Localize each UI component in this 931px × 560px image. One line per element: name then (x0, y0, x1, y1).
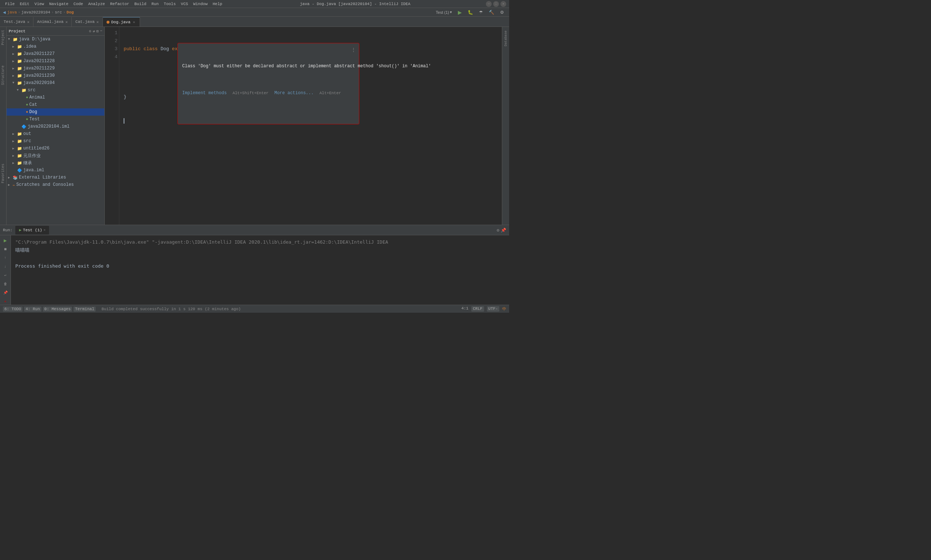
run-config-selector[interactable]: Test (1) ▾ (434, 9, 454, 16)
menu-navigate[interactable]: Navigate (47, 1, 71, 7)
tree-src[interactable]: ▼ 📁 src (6, 86, 105, 94)
tree-label-animal: Animal (29, 95, 45, 100)
database-panel-icon[interactable]: Database (503, 30, 508, 47)
settings-button[interactable]: ⚙ (498, 9, 506, 16)
breadcrumb-file[interactable]: Dog (66, 10, 74, 15)
breadcrumb-project[interactable]: java20220104 (22, 10, 50, 15)
more-actions-link[interactable]: More actions... (274, 89, 314, 97)
run-button[interactable]: ▶ (455, 9, 464, 16)
project-collapse-icon[interactable]: − (100, 29, 102, 33)
project-sync-icon[interactable]: ⇄ (93, 29, 95, 34)
tab-cat-java[interactable]: Cat.java ✕ (72, 17, 103, 26)
nav-back-icon[interactable]: ◀ (3, 9, 6, 15)
tree-label-scratches: Scratches and Consoles (16, 182, 74, 187)
tree-animal[interactable]: ▶ ● Animal (6, 94, 105, 101)
breadcrumb-java[interactable]: java (7, 10, 17, 15)
rerun-button[interactable]: ▶ (2, 237, 9, 244)
messages-badge[interactable]: 0: Messages (43, 306, 72, 312)
encoding[interactable]: UTF- (487, 306, 499, 312)
tree-java20211229[interactable]: ▶ 📁 java20211229 (6, 65, 105, 72)
tree-java-iml[interactable]: ▶ 🔷 java.iml (6, 166, 105, 174)
tree-test[interactable]: ▶ ● Test (6, 115, 105, 123)
tree-arrow-20211229: ▶ (12, 66, 16, 71)
tree-cat[interactable]: ▶ ● Cat (6, 101, 105, 108)
favorites-panel-icon[interactable]: Favorites (0, 162, 6, 185)
scroll-down-icon[interactable]: ↓ (2, 264, 9, 270)
tree-arrow-20211230: ▶ (12, 74, 16, 78)
implement-methods-link[interactable]: Implement methods (182, 89, 226, 97)
menu-tools[interactable]: Tools (162, 1, 178, 7)
stop-button[interactable]: ■ (2, 246, 9, 253)
tree-label-iml20220104: java20220104.iml (28, 124, 69, 129)
tree-dog[interactable]: ▶ ● Dog (6, 108, 105, 115)
tree-iml-20220104[interactable]: ▶ 🔷 java20220104.iml (6, 123, 105, 130)
menu-vcs[interactable]: VCS (179, 1, 190, 7)
menu-analyze[interactable]: Analyze (86, 1, 107, 7)
pin-output-icon[interactable]: 📌 (2, 289, 9, 296)
menu-file[interactable]: File (3, 1, 17, 7)
maximize-button[interactable]: □ (493, 1, 499, 7)
tree-icon-cat: ● (26, 103, 28, 107)
tab-dog-modified-dot (106, 21, 109, 24)
menu-help[interactable]: Help (211, 1, 225, 7)
wrap-output-icon[interactable]: ↩ (2, 272, 9, 279)
menu-build[interactable]: Build (132, 1, 148, 7)
tree-jicheng[interactable]: ▶ 📁 继承 (6, 159, 105, 166)
tree-idea[interactable]: ▶ 📁 .idea (6, 43, 105, 50)
line-ending[interactable]: CRLF (471, 306, 484, 312)
clear-console-icon[interactable]: 🗑 (2, 281, 9, 287)
tree-label-untitled26: untitled26 (23, 146, 49, 151)
tree-label-20211228: Java20211228 (23, 58, 55, 64)
tab-dog-java[interactable]: Dog.java ✕ (103, 17, 140, 26)
breadcrumb-src[interactable]: src (55, 10, 62, 15)
project-panel-icon[interactable]: Project (0, 28, 6, 46)
code-editor[interactable]: public class Dog extends Animal{ } Class… (119, 27, 509, 225)
project-layout-icon[interactable]: ⊞ (96, 29, 98, 34)
tree-label-java: java D:\java (19, 37, 50, 42)
tree-label-test: Test (29, 117, 40, 122)
tree-icon-20211228: 📁 (17, 59, 22, 64)
tab-test-java[interactable]: Test.java ✕ (0, 17, 34, 26)
debug-button[interactable]: 🐛 (466, 9, 476, 16)
menu-edit[interactable]: Edit (17, 1, 31, 7)
error-more-options-button[interactable]: ⋮ (351, 46, 356, 54)
console-line-empty (15, 254, 505, 262)
todo-badge[interactable]: 6: TODO (3, 306, 23, 312)
menu-view[interactable]: View (32, 1, 46, 7)
tree-external-libraries[interactable]: ▶ 📚 External Libraries (6, 174, 105, 181)
bottom-settings-icon[interactable]: ⚙ (497, 228, 499, 233)
bottom-toolbar: ⚙ 📌 (497, 225, 506, 235)
tree-root-java[interactable]: ▼ 📁 java D:\java (6, 35, 105, 43)
menu-code[interactable]: Code (71, 1, 85, 7)
tree-java20211227[interactable]: ▶ 📁 Java20211227 (6, 50, 105, 57)
tree-scratches[interactable]: ▶ ✏️ Scratches and Consoles (6, 181, 105, 188)
tree-untitled26[interactable]: ▶ 📁 untitled26 (6, 145, 105, 152)
build-button[interactable]: 🔨 (486, 9, 496, 16)
run-with-coverage[interactable]: ☂ (477, 9, 485, 16)
run-badge[interactable]: 4: Run (24, 306, 42, 312)
project-settings-icon[interactable]: ⚙ (89, 29, 91, 34)
tree-java20211230[interactable]: ▶ 📁 java20211230 (6, 72, 105, 79)
run-tab-close[interactable]: ✕ (44, 228, 45, 232)
bottom-pin-icon[interactable]: 📌 (501, 228, 506, 233)
structure-panel-icon[interactable]: Structure (0, 64, 6, 86)
tab-dog-java-close[interactable]: ✕ (132, 20, 136, 25)
terminal-badge[interactable]: Terminal (74, 306, 95, 312)
tree-java20220104[interactable]: ▼ 📁 java20220104 (6, 79, 105, 86)
bottom-tab-test-run[interactable]: ▶ Test (1) ✕ (15, 226, 49, 235)
tree-java20211228[interactable]: ▶ 📁 Java20211228 (6, 57, 105, 65)
scroll-up-icon[interactable]: ↑ (2, 255, 9, 262)
menu-window[interactable]: Window (191, 1, 210, 7)
line-num-4: 4 (106, 53, 117, 61)
menu-refactor[interactable]: Refactor (108, 1, 132, 7)
close-button[interactable]: ✕ (500, 1, 506, 7)
menu-run[interactable]: Run (149, 1, 161, 7)
close-run-icon[interactable]: ✕ (2, 298, 9, 305)
tree-out[interactable]: ▶ 📁 out (6, 130, 105, 137)
tree-yuandan[interactable]: ▶ 📁 元旦作业 (6, 152, 105, 159)
tree-src-root[interactable]: ▶ 📁 src (6, 137, 105, 145)
tab-animal-java[interactable]: Animal.java ✕ (34, 17, 72, 26)
tree-label-20211230: java20211230 (23, 73, 55, 78)
minimize-button[interactable]: — (486, 1, 492, 7)
tree-arrow-test: ▶ (21, 117, 25, 122)
